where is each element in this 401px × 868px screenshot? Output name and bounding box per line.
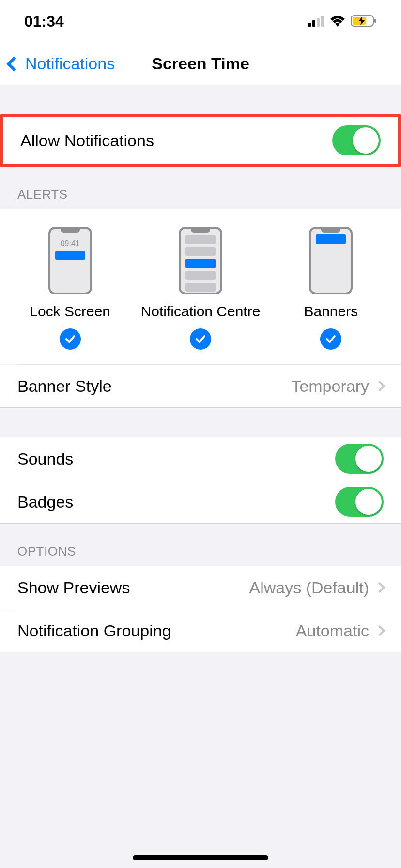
banners-preview-icon xyxy=(309,227,353,294)
show-previews-row[interactable]: Show Previews Always (Default) xyxy=(0,566,401,609)
alert-label: Lock Screen xyxy=(30,303,110,320)
alert-label: Banners xyxy=(304,303,358,320)
alert-option-notification-centre[interactable]: Notification Centre xyxy=(135,227,265,350)
cellular-icon xyxy=(308,13,324,31)
notification-grouping-value: Automatic xyxy=(296,621,369,640)
wifi-icon xyxy=(329,13,346,31)
checkmark-icon xyxy=(190,328,211,350)
allow-notifications-toggle[interactable] xyxy=(332,125,381,155)
alerts-header: ALERTS xyxy=(0,167,401,209)
status-time: 01:34 xyxy=(24,13,64,31)
notification-grouping-row[interactable]: Notification Grouping Automatic xyxy=(0,609,401,652)
badges-row: Badges xyxy=(0,480,401,523)
allow-notifications-highlight: Allow Notifications xyxy=(0,114,401,167)
lock-screen-preview-icon: 09:41 xyxy=(48,227,92,294)
show-previews-label: Show Previews xyxy=(17,578,130,597)
banner-style-label: Banner Style xyxy=(17,377,112,396)
back-button[interactable]: Notifications xyxy=(0,54,115,73)
options-header: OPTIONS xyxy=(0,524,401,566)
chevron-left-icon xyxy=(6,56,21,71)
sounds-toggle[interactable] xyxy=(335,444,384,474)
show-previews-value: Always (Default) xyxy=(249,578,369,597)
chevron-right-icon xyxy=(374,381,386,392)
chevron-right-icon xyxy=(374,582,386,593)
status-bar: 01:34 xyxy=(0,0,401,43)
svg-rect-6 xyxy=(374,19,376,23)
battery-charging-icon xyxy=(351,13,377,31)
alert-option-lock-screen[interactable]: 09:41 Lock Screen xyxy=(5,227,135,350)
svg-rect-2 xyxy=(317,18,320,27)
checkmark-icon xyxy=(320,328,341,350)
svg-rect-3 xyxy=(321,16,324,27)
alert-option-banners[interactable]: Banners xyxy=(266,227,396,350)
home-indicator[interactable] xyxy=(133,855,268,860)
sounds-row: Sounds xyxy=(0,437,401,480)
svg-rect-0 xyxy=(308,23,311,27)
svg-rect-1 xyxy=(312,20,315,27)
alert-styles-row: 09:41 Lock Screen Notification Centre Ba… xyxy=(0,209,401,364)
nav-bar: Notifications Screen Time xyxy=(0,43,401,85)
chevron-right-icon xyxy=(374,625,386,636)
sounds-label: Sounds xyxy=(17,450,73,468)
banner-style-value: Temporary xyxy=(291,377,369,396)
alert-label: Notification Centre xyxy=(141,303,261,320)
notification-grouping-label: Notification Grouping xyxy=(17,621,171,640)
status-indicators xyxy=(308,13,377,31)
allow-notifications-label: Allow Notifications xyxy=(20,131,154,150)
back-label: Notifications xyxy=(25,54,115,73)
allow-notifications-row: Allow Notifications xyxy=(3,117,398,164)
badges-toggle[interactable] xyxy=(335,487,384,517)
badges-label: Badges xyxy=(17,493,73,512)
checkmark-icon xyxy=(60,328,81,350)
banner-style-row[interactable]: Banner Style Temporary xyxy=(0,365,401,407)
notification-centre-preview-icon xyxy=(179,227,222,294)
